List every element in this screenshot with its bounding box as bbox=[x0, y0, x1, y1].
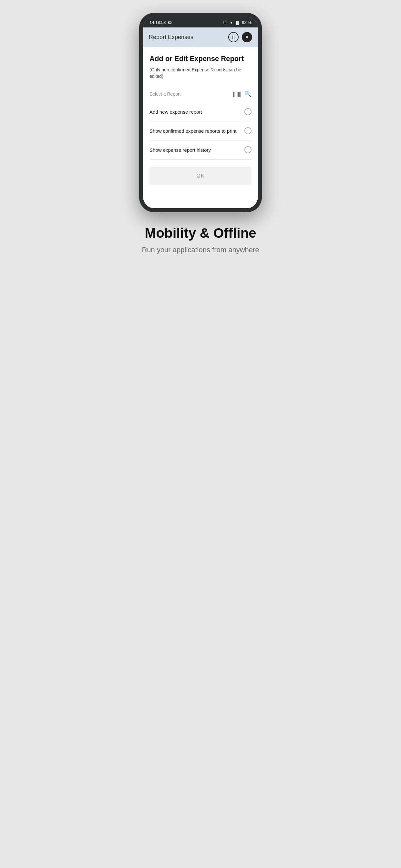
wifi-icon: ▼ bbox=[229, 21, 233, 25]
select-bar: Select a Report ||||||| 🔍 bbox=[150, 87, 251, 101]
status-time: 14:18:53 bbox=[150, 20, 166, 25]
barcode-icon[interactable]: ||||||| bbox=[233, 91, 241, 97]
page-subtitle: (Only non-confirmed Expense Reports can … bbox=[150, 67, 251, 80]
phone-screen: 14:18:53 🖼 📳 ▼ ▐▌ 92 % Report Expenses ⏸… bbox=[143, 17, 258, 208]
status-bar: 14:18:53 🖼 📳 ▼ ▐▌ 92 % bbox=[143, 17, 258, 27]
pause-icon: ⏸ bbox=[231, 35, 236, 40]
app-bar: Report Expenses ⏸ ✕ bbox=[143, 27, 258, 47]
vibrate-icon: 📳 bbox=[223, 20, 227, 25]
battery-level: 92 % bbox=[242, 20, 251, 25]
radio-label-3: Show expense report history bbox=[150, 147, 211, 153]
select-label: Select a Report bbox=[150, 91, 181, 97]
status-bar-left: 14:18:53 🖼 bbox=[150, 20, 172, 25]
search-icon[interactable]: 🔍 bbox=[244, 90, 251, 97]
radio-circle-2[interactable] bbox=[244, 127, 251, 134]
radio-option-1[interactable]: Add new expense report bbox=[150, 102, 251, 121]
tagline-main: Mobility & Offline bbox=[142, 225, 259, 241]
app-bar-title: Report Expenses bbox=[149, 34, 193, 41]
status-bar-right: 📳 ▼ ▐▌ 92 % bbox=[223, 20, 251, 25]
page-title: Add or Edit Expense Report bbox=[150, 55, 251, 63]
radio-label-2: Show confirmed expense reports to print bbox=[150, 128, 236, 134]
close-button[interactable]: ✕ bbox=[242, 32, 252, 42]
radio-circle-1[interactable] bbox=[244, 108, 251, 115]
phone-device: 14:18:53 🖼 📳 ▼ ▐▌ 92 % Report Expenses ⏸… bbox=[139, 13, 262, 212]
pause-button[interactable]: ⏸ bbox=[228, 32, 239, 42]
radio-option-3[interactable]: Show expense report history bbox=[150, 141, 251, 159]
tagline-sub: Run your applications from anywhere bbox=[142, 245, 259, 255]
ok-button[interactable]: OK bbox=[150, 167, 251, 185]
radio-label-1: Add new expense report bbox=[150, 109, 202, 115]
main-content: Add or Edit Expense Report (Only non-con… bbox=[143, 47, 258, 208]
close-icon: ✕ bbox=[245, 35, 249, 40]
app-bar-actions: ⏸ ✕ bbox=[228, 32, 252, 42]
radio-option-2[interactable]: Show confirmed expense reports to print bbox=[150, 121, 251, 141]
signal-icon: ▐▌ bbox=[235, 21, 240, 25]
tagline-section: Mobility & Offline Run your applications… bbox=[135, 225, 266, 268]
radio-circle-3[interactable] bbox=[244, 146, 251, 153]
camera-notch bbox=[198, 20, 203, 25]
gallery-icon: 🖼 bbox=[168, 20, 172, 25]
select-bar-icons: ||||||| 🔍 bbox=[233, 90, 251, 97]
